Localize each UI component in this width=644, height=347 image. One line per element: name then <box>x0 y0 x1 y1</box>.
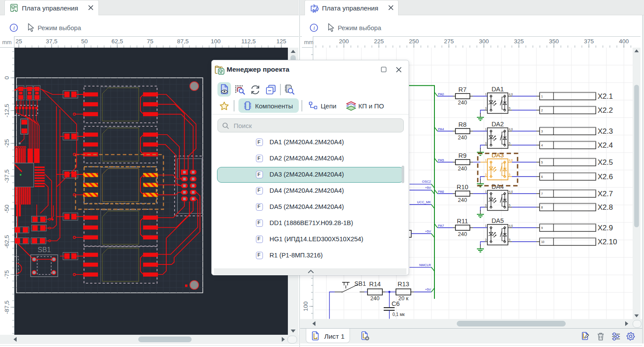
svg-text:240: 240 <box>458 166 467 172</box>
svg-text:62,5: 62,5 <box>112 38 123 45</box>
svg-text:375: 375 <box>584 38 594 45</box>
svg-text:3: 3 <box>485 204 486 207</box>
svg-text:R9: R9 <box>458 152 467 159</box>
svg-text:X2.9: X2.9 <box>598 224 613 232</box>
svg-text:275: 275 <box>444 38 454 45</box>
svg-text:5: 5 <box>509 107 511 110</box>
svg-text:X2.3: X2.3 <box>598 127 613 135</box>
svg-text:1: 1 <box>485 128 486 131</box>
svg-text:20 к: 20 к <box>399 295 409 302</box>
svg-text:10: 10 <box>541 240 545 243</box>
svg-text:5: 5 <box>509 238 511 241</box>
svg-text:X2.8: X2.8 <box>598 203 613 212</box>
svg-text:8: 8 <box>541 206 543 209</box>
svg-text:PA7: PA7 <box>438 224 444 228</box>
svg-text:125: 125 <box>276 38 287 45</box>
svg-text:-87,5: -87,5 <box>4 301 10 314</box>
svg-text:0,1 мк: 0,1 мк <box>392 312 405 317</box>
svg-text:240: 240 <box>458 197 467 203</box>
svg-text:100: 100 <box>211 38 221 45</box>
svg-text:25: 25 <box>15 38 22 45</box>
svg-text:3: 3 <box>485 142 486 145</box>
svg-text:350: 350 <box>549 38 559 45</box>
svg-text:-50: -50 <box>4 205 10 213</box>
svg-text:PA6: PA6 <box>438 190 444 194</box>
svg-text:4,6: 4,6 <box>509 128 513 131</box>
svg-text:UCC_MK: UCC_MK <box>417 200 431 204</box>
svg-text:325: 325 <box>514 38 524 45</box>
svg-text:4,6: 4,6 <box>509 93 513 96</box>
svg-text:4,6: 4,6 <box>509 224 513 227</box>
svg-text:9: 9 <box>541 226 543 229</box>
svg-text:240: 240 <box>458 135 467 141</box>
svg-text:50: 50 <box>81 38 88 45</box>
svg-text:X2.6: X2.6 <box>598 173 613 181</box>
svg-text:R8: R8 <box>458 121 467 128</box>
svg-text:3: 3 <box>541 130 543 133</box>
svg-text:-62,5: -62,5 <box>4 235 10 249</box>
svg-text:+5V: +5V <box>425 288 431 291</box>
svg-text:300: 300 <box>479 38 489 45</box>
svg-text:+5V: +5V <box>425 229 431 233</box>
svg-text:87,5: 87,5 <box>177 38 189 45</box>
svg-text:SB1: SB1 <box>38 246 51 253</box>
svg-text:75: 75 <box>147 38 153 45</box>
svg-text:PA5: PA5 <box>438 158 444 162</box>
svg-text:112,5: 112,5 <box>242 38 256 45</box>
svg-text:+5V: +5V <box>425 186 431 190</box>
svg-text:DA4: DA4 <box>491 183 504 190</box>
svg-text:240: 240 <box>458 231 467 237</box>
svg-text:X2.4: X2.4 <box>598 141 613 149</box>
svg-text:SB1: SB1 <box>354 280 366 287</box>
svg-text:i: i <box>313 24 315 31</box>
svg-text:R14: R14 <box>369 281 381 288</box>
svg-text:7: 7 <box>541 192 543 195</box>
svg-text:200: 200 <box>339 38 349 45</box>
svg-text:250: 250 <box>409 38 419 45</box>
svg-text:PA4: PA4 <box>438 127 444 131</box>
svg-text:4,6: 4,6 <box>509 190 513 193</box>
svg-text:100: 100 <box>302 302 309 312</box>
svg-text:1: 1 <box>485 159 486 162</box>
svg-text:240: 240 <box>371 295 380 302</box>
svg-text:C6: C6 <box>392 300 400 307</box>
svg-text:400: 400 <box>619 38 629 45</box>
svg-text:1: 1 <box>485 190 486 193</box>
svg-text:OSC2: OSC2 <box>422 180 431 184</box>
svg-text:4,6: 4,6 <box>509 159 513 162</box>
svg-text:3: 3 <box>485 173 486 176</box>
svg-text:-37,5: -37,5 <box>4 170 10 183</box>
svg-text:3: 3 <box>485 107 486 110</box>
svg-text:37,5: 37,5 <box>46 38 57 45</box>
svg-text:i: i <box>13 24 15 31</box>
svg-text:225: 225 <box>374 38 384 45</box>
svg-text:DA2: DA2 <box>491 121 504 128</box>
svg-text:DA3: DA3 <box>491 152 504 159</box>
svg-text:240: 240 <box>458 100 467 106</box>
svg-text:-25: -25 <box>4 139 10 148</box>
svg-text:6: 6 <box>541 175 543 178</box>
svg-text:PA0: PA0 <box>438 92 444 96</box>
svg-text:5: 5 <box>541 161 543 164</box>
svg-text:1: 1 <box>485 224 486 227</box>
svg-text:R10: R10 <box>457 184 469 191</box>
svg-text:DA1: DA1 <box>491 86 504 93</box>
svg-text:1: 1 <box>485 93 486 96</box>
svg-text:DA5: DA5 <box>491 217 504 224</box>
svg-text:3: 3 <box>485 238 486 241</box>
svg-text:-75: -75 <box>4 270 10 279</box>
svg-text:-12,5: -12,5 <box>4 104 10 118</box>
svg-text:5: 5 <box>509 204 511 207</box>
svg-text:0: 0 <box>4 76 10 80</box>
svg-text:4: 4 <box>541 144 543 147</box>
svg-text:1: 1 <box>541 95 543 98</box>
svg-text:5: 5 <box>509 173 511 176</box>
svg-text:X2.1: X2.1 <box>598 92 613 101</box>
svg-text:X2.7: X2.7 <box>598 190 613 198</box>
svg-text:X2.2: X2.2 <box>598 106 613 115</box>
svg-text:X2.5: X2.5 <box>598 158 613 167</box>
svg-text:5: 5 <box>509 142 511 145</box>
svg-text:NMCLR: NMCLR <box>419 263 431 267</box>
svg-text:2: 2 <box>541 109 543 112</box>
svg-text:R11: R11 <box>457 218 468 225</box>
